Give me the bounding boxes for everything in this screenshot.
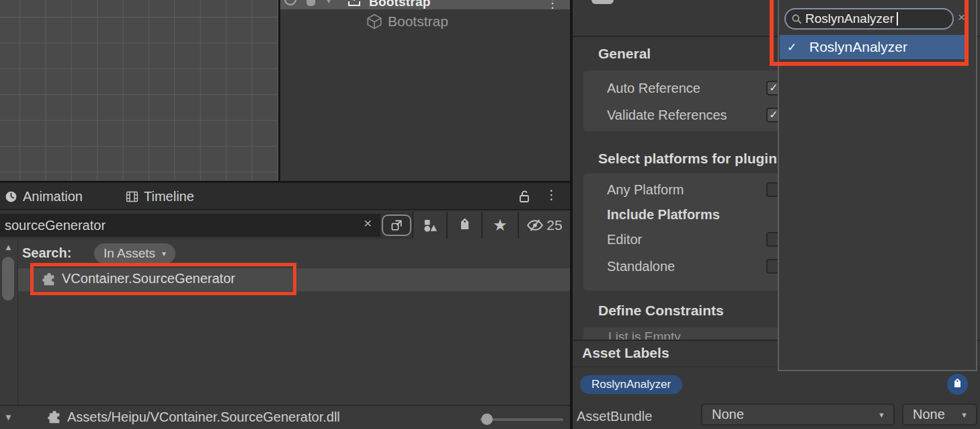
general-section-title: General (598, 46, 651, 62)
chevron-down-icon: ▼ (161, 250, 167, 258)
clear-search-icon[interactable]: × (958, 10, 965, 25)
asset-bundle-label: AssetBundle (577, 409, 652, 424)
filter-by-label-button[interactable] (446, 212, 481, 239)
search-icon (791, 13, 803, 25)
scrollbar-divider (17, 240, 18, 405)
text-caret (897, 12, 898, 26)
label-search-input[interactable]: RoslynAnalyzer (784, 8, 954, 30)
project-panel: Animation Timeline ⋮ × ★ (0, 183, 570, 429)
asset-bundle-dropdown[interactable]: None ▼ (701, 403, 895, 426)
hand-tool-icon[interactable] (302, 0, 319, 9)
hierarchy-item-label: Bootstrap (388, 13, 448, 30)
scrollbar-thumb[interactable] (2, 257, 14, 301)
eye-slash-icon (526, 217, 544, 234)
constraints-empty-label: List is Empty (608, 329, 681, 340)
tag-icon (458, 219, 472, 233)
label-pill-roslynanalyzer[interactable]: RoslynAnalyzer (580, 375, 682, 394)
film-icon (125, 190, 139, 204)
search-scope-row: Search: In Assets ▼ (0, 240, 570, 268)
auto-reference-label: Auto Reference (607, 81, 700, 96)
search-scope-dropdown[interactable]: In Assets ▼ (94, 243, 175, 264)
open-in-window-icon (390, 219, 403, 232)
unity-editor-window: ▼ Bootstrap ⋮ Bootstrap Animation Timeli… (0, 0, 980, 429)
prefab-title: Bootstrap (369, 0, 431, 9)
hierarchy-prefab-header[interactable]: ▼ Bootstrap ⋮ (280, 0, 570, 9)
asset-labels-title: Asset Labels (582, 345, 669, 361)
selected-asset-path: Assets/Heipu/VContainer.SourceGenerator.… (67, 410, 340, 425)
inspector-header-icon (591, 0, 614, 4)
hidden-count-button[interactable]: 25 (518, 212, 570, 239)
validate-references-label: Validate References (607, 108, 727, 123)
filter-by-type-button[interactable] (412, 212, 446, 239)
cube-icon (366, 13, 383, 30)
back-circle-icon[interactable] (282, 0, 298, 9)
thumbnail-zoom-knob[interactable] (481, 414, 493, 425)
chevron-down-icon: ▼ (961, 411, 968, 419)
search-scope-value: In Assets (104, 246, 155, 261)
star-icon: ★ (493, 216, 507, 235)
tab-animation-label: Animation (23, 189, 83, 204)
include-platforms-label: Include Platforms (607, 207, 720, 223)
assembly-plugin-icon (47, 410, 62, 425)
label-pill-text: RoslynAnalyzer (591, 378, 671, 391)
tab-timeline-label: Timeline (144, 189, 194, 204)
unlock-icon[interactable] (516, 188, 532, 204)
tag-icon (952, 379, 963, 390)
scroll-up-icon[interactable]: ▲ (4, 242, 13, 252)
asset-bundle-value: None (712, 407, 744, 422)
hierarchy-item-bootstrap[interactable]: Bootstrap (280, 11, 570, 33)
project-search-input[interactable] (0, 214, 380, 237)
project-search-toolbar: × ★ 25 (0, 212, 570, 239)
platforms-section-title: Select platforms for plugin (598, 151, 777, 167)
edit-labels-button[interactable] (947, 374, 968, 395)
shapes-icon (422, 218, 438, 233)
chevron-down-icon: ▼ (878, 411, 885, 419)
menu-dots-icon[interactable]: ⋮ (545, 187, 558, 202)
define-constraints-title: Define Constraints (598, 303, 724, 319)
standalone-platform-label: Standalone (607, 259, 675, 274)
chevron-down-icon[interactable]: ▼ (325, 0, 341, 9)
open-search-window-button[interactable] (382, 214, 411, 236)
hierarchy-panel: ▼ Bootstrap ⋮ Bootstrap (280, 0, 570, 181)
asset-bundle-variant-value: None (913, 407, 945, 422)
panel-tab-bar: Animation Timeline ⋮ (0, 183, 570, 210)
editor-platform-label: Editor (607, 232, 642, 247)
project-status-bar: ▼ Assets/Heipu/VContainer.SourceGenerato… (0, 405, 570, 429)
favorites-button[interactable]: ★ (481, 212, 518, 239)
check-icon: ✓ (787, 40, 797, 54)
label-search-value: RoslynAnalyzer (805, 11, 894, 26)
scroll-down-icon[interactable]: ▼ (4, 412, 13, 422)
tab-timeline[interactable]: Timeline (125, 183, 194, 210)
menu-dots-icon[interactable]: ⋮ (546, 0, 559, 9)
hidden-count: 25 (546, 217, 562, 233)
clear-search-icon[interactable]: × (364, 215, 372, 231)
check-icon: ✓ (769, 83, 778, 93)
any-platform-label: Any Platform (607, 182, 684, 198)
search-scope-label: Search: (22, 245, 71, 261)
label-option-roslynanalyzer[interactable]: ✓ RoslynAnalyzer (780, 35, 967, 59)
search-result-row[interactable]: VContainer.SourceGenerator (18, 268, 570, 291)
scene-grid-view[interactable] (0, 0, 278, 181)
assembly-plugin-icon (42, 272, 56, 287)
tab-animation[interactable]: Animation (4, 183, 83, 210)
asset-bundle-variant-dropdown[interactable]: None ▼ (902, 403, 977, 426)
check-icon: ✓ (769, 110, 778, 120)
clock-icon (4, 190, 18, 204)
label-option-text: RoslynAnalyzer (809, 39, 907, 55)
prefab-icon (346, 0, 362, 9)
search-result-label: VContainer.SourceGenerator (62, 271, 235, 286)
label-search-popup: RoslynAnalyzer × ✓ RoslynAnalyzer (778, 0, 977, 371)
